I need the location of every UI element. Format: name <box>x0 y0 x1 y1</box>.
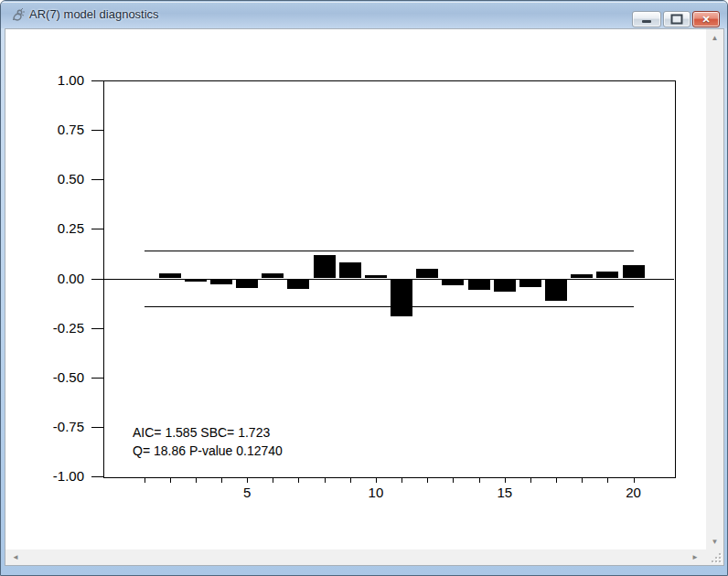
minimize-icon <box>642 20 651 23</box>
x-axis-tick <box>298 477 299 483</box>
x-axis-tick <box>376 477 377 483</box>
chart-area: AIC= 1.585 SBC= 1.723 Q= 18.86 P-value 0… <box>5 29 707 550</box>
scroll-left-icon[interactable]: ◄ <box>12 554 19 561</box>
x-axis-tick-label: 10 <box>358 485 394 500</box>
y-axis-tick <box>91 328 103 329</box>
x-axis-tick <box>247 477 248 483</box>
x-axis-tick <box>607 477 608 483</box>
x-axis-tick <box>453 477 454 483</box>
app-icon <box>9 7 26 24</box>
y-axis-tick <box>91 179 103 180</box>
acf-bar <box>494 279 516 292</box>
horizontal-scrollbar[interactable]: ◄ ► <box>5 549 708 565</box>
acf-bar <box>442 279 464 286</box>
acf-bar <box>596 272 618 279</box>
acf-bar <box>571 274 593 278</box>
y-axis-tick-label: 0.75 <box>33 122 84 137</box>
x-axis-tick <box>325 477 326 483</box>
y-axis-tick <box>91 378 103 379</box>
restore-icon <box>671 15 683 25</box>
y-axis-tick-label: -0.75 <box>33 419 84 434</box>
x-axis-tick-label: 5 <box>229 485 265 500</box>
close-button[interactable]: ✕ <box>692 11 720 27</box>
acf-bar <box>287 279 309 290</box>
x-axis-tick <box>170 477 171 483</box>
resize-grip-icon[interactable] <box>712 553 721 562</box>
acf-bar <box>391 279 412 316</box>
x-axis-tick <box>505 477 506 483</box>
y-axis-tick-label: 0.50 <box>33 171 84 187</box>
y-axis-tick-label: -1.00 <box>33 468 84 484</box>
acf-bar <box>236 279 258 289</box>
x-axis-tick <box>401 477 402 483</box>
confidence-band-lower <box>145 306 634 307</box>
y-axis-tick-label: 0.00 <box>33 271 84 286</box>
acf-bar <box>159 273 181 278</box>
x-axis-tick <box>479 477 480 483</box>
acf-bar <box>314 255 336 279</box>
x-axis-tick <box>350 477 351 483</box>
window-title: AR(7) model diagnostics <box>29 7 159 21</box>
acf-bar <box>468 279 490 291</box>
x-axis-tick <box>145 477 145 483</box>
acf-bar <box>545 279 567 302</box>
y-axis-tick-label: 1.00 <box>33 72 84 88</box>
title-bar[interactable]: AR(7) model diagnostics ✕ <box>1 1 727 28</box>
x-axis-tick-label: 20 <box>616 485 652 500</box>
scroll-up-icon[interactable]: ▲ <box>712 35 719 42</box>
x-axis-tick <box>530 477 531 483</box>
y-axis-tick <box>91 427 103 428</box>
window-controls: ✕ <box>632 11 720 27</box>
x-axis-tick <box>634 477 635 483</box>
close-icon: ✕ <box>693 12 719 27</box>
x-axis-tick <box>196 477 197 483</box>
app-window: AR(7) model diagnostics ✕ AIC= 1.585 SBC… <box>0 0 728 576</box>
restore-button[interactable] <box>663 11 691 27</box>
vertical-scrollbar[interactable]: ▲ ▼ <box>706 29 723 551</box>
scroll-down-icon[interactable]: ▼ <box>712 539 719 546</box>
y-axis-tick-label: 0.25 <box>33 220 84 236</box>
scroll-right-icon[interactable]: ► <box>691 554 699 561</box>
x-axis-tick <box>427 477 428 483</box>
client-area: AIC= 1.585 SBC= 1.723 Q= 18.86 P-value 0… <box>5 28 724 566</box>
y-axis-tick <box>91 229 103 229</box>
y-axis-tick <box>91 279 103 280</box>
confidence-band-upper <box>145 251 634 251</box>
acf-bar <box>339 262 361 278</box>
x-axis-tick <box>582 477 583 483</box>
y-axis-tick <box>91 476 103 477</box>
minimize-button[interactable] <box>632 11 661 27</box>
acf-bar <box>365 275 387 278</box>
x-axis-tick <box>273 477 273 483</box>
acf-bar <box>623 265 645 278</box>
acf-bar <box>416 269 438 279</box>
acf-bar <box>519 279 541 288</box>
acf-bar <box>185 279 207 282</box>
scrollbar-corner <box>706 549 723 565</box>
x-axis-tick <box>556 477 557 483</box>
acf-bar <box>262 273 284 278</box>
x-axis-tick-label: 15 <box>487 485 523 500</box>
x-axis-tick <box>221 477 222 483</box>
y-axis-tick <box>91 80 103 81</box>
y-axis-tick <box>91 130 103 131</box>
acf-bar <box>210 279 232 284</box>
y-axis-tick-label: -0.50 <box>33 369 84 385</box>
y-axis-tick-label: -0.25 <box>33 320 84 336</box>
